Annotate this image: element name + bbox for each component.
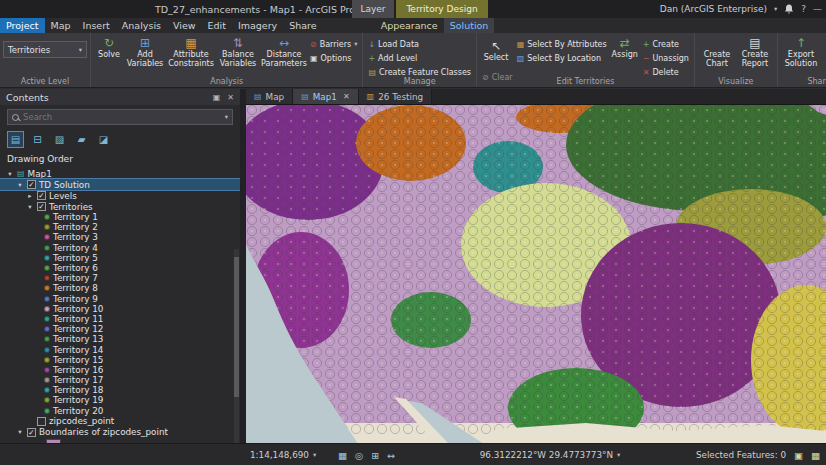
add-variables-button[interactable]: ⊞ Add Variables — [124, 35, 166, 79]
expander-icon[interactable]: ▸ — [26, 192, 34, 200]
signed-in-user[interactable]: Dan (ArcGIS Enterprise) — [660, 4, 767, 14]
list-by-selection-icon[interactable]: ▨ — [51, 131, 68, 148]
tree-item-territory[interactable]: Territory 4 — [0, 243, 240, 253]
expander-icon[interactable]: ▾ — [16, 181, 24, 189]
assign-button[interactable]: ⇄ Assign — [609, 35, 641, 79]
notification-icon[interactable]: ▦ — [811, 450, 820, 461]
tab-edit[interactable]: Edit — [202, 18, 232, 33]
tree-item-territory[interactable]: Territory 12 — [0, 324, 240, 334]
locate-icon[interactable]: ◎ — [355, 450, 363, 461]
selection-icon[interactable]: ▣ — [794, 450, 803, 461]
map-canvas[interactable] — [246, 104, 826, 443]
view-tab-26-testing[interactable]: ▥ 26 Testing — [359, 89, 432, 104]
tab-appearance[interactable]: Appearance — [375, 18, 444, 33]
create-chart-button[interactable]: Create Chart — [698, 35, 736, 79]
tree-item-territory[interactable]: Territory 6 — [0, 263, 240, 273]
zipcodes-checkbox[interactable] — [37, 417, 46, 426]
barriers-button[interactable]: ⊘ Barriers ▾ — [308, 38, 359, 50]
cursor-coordinates-control[interactable]: 96.3122212°W 29.4773773°N ▾ — [455, 444, 645, 465]
expander-icon[interactable]: ▾ — [6, 170, 14, 178]
search-options-caret-icon[interactable]: ▾ — [225, 113, 228, 121]
tab-solution[interactable]: Solution — [444, 18, 495, 33]
create-button[interactable]: + Create — [641, 38, 691, 50]
tree-item-map1[interactable]: ▾ ▤ Map1 — [0, 168, 240, 179]
tree-item-territory[interactable]: Territory 1 — [0, 212, 240, 222]
user-menu-caret-icon[interactable]: ▾ — [774, 5, 777, 13]
contextual-group-layer[interactable]: Layer — [352, 0, 394, 18]
tree-item-territory[interactable]: Territory 13 — [0, 334, 240, 344]
select-by-attributes-button[interactable]: ▦ Select By Attributes — [515, 38, 609, 50]
unassign-icon: − — [643, 54, 650, 63]
solve-button[interactable]: ↻ Solve — [94, 35, 124, 79]
tree-item-territory[interactable]: Territory 8 — [0, 283, 240, 293]
tree-item-territory[interactable]: Territory 9 — [0, 294, 240, 304]
list-by-drawing-order-icon[interactable]: ▤ — [7, 131, 24, 148]
tree-item-territory[interactable]: Territory 18 — [0, 385, 240, 395]
levels-checkbox[interactable]: ✓ — [37, 191, 46, 200]
tree-item-territory[interactable]: Territory 11 — [0, 314, 240, 324]
expander-icon[interactable]: ▾ — [16, 428, 24, 436]
tree-item-territory[interactable]: Territory 20 — [0, 406, 240, 416]
view-tab-map[interactable]: ▤ Map — [246, 89, 293, 104]
solve-icon: ↻ — [104, 37, 114, 50]
td-solution-checkbox[interactable]: ✓ — [27, 180, 36, 189]
tree-item-td-solution[interactable]: ▾ ✓ TD Solution — [0, 179, 240, 190]
tree-item-territory[interactable]: Territory 3 — [0, 232, 240, 242]
tree-item-territory[interactable]: Territory 19 — [0, 395, 240, 405]
contextual-group-territory-design[interactable]: Territory Design — [396, 0, 488, 18]
distance-parameters-button[interactable]: ↔ Distance Parameters — [260, 35, 308, 79]
attribute-constraints-button[interactable]: ▦ Attribute Constraints — [166, 35, 216, 79]
help-icon[interactable]: ? — [801, 4, 806, 14]
territories-checkbox[interactable]: ✓ — [37, 202, 46, 211]
list-by-editing-icon[interactable]: ▰ — [73, 131, 90, 148]
grid-icon[interactable]: ▦ — [338, 450, 347, 461]
tree-item-territory[interactable]: Territory 5 — [0, 253, 240, 263]
active-level-dropdown[interactable]: Territories ▾ — [3, 41, 87, 58]
tree-item-territory[interactable]: Territory 16 — [0, 365, 240, 375]
export-solution-button[interactable]: ↑ Export Solution — [781, 35, 821, 79]
list-by-snapping-icon[interactable]: ◪ — [95, 131, 112, 148]
balance-variables-button[interactable]: ⇅ Balance Variables — [216, 35, 260, 79]
tab-view[interactable]: View — [167, 18, 202, 33]
tree-item-territory[interactable]: Territory 7 — [0, 273, 240, 283]
web-layer-button[interactable]: ◈ Web Layer — [821, 35, 826, 79]
tree-item-zipcodes-point[interactable]: zipcodes_point — [0, 416, 240, 427]
tab-insert[interactable]: Insert — [77, 18, 116, 33]
tree-item-territory[interactable]: Territory 17 — [0, 375, 240, 385]
tab-share[interactable]: Share — [283, 18, 322, 33]
list-by-source-icon[interactable]: ⊟ — [29, 131, 46, 148]
expander-icon[interactable]: ▾ — [26, 203, 34, 211]
pane-dock-icon[interactable]: ▣ — [213, 93, 221, 102]
select-by-location-button[interactable]: ▧ Select By Location — [515, 52, 609, 64]
tree-item-boundaries[interactable]: ▾ ✓ Boundaries of zipcodes_point — [0, 427, 240, 438]
add-level-button[interactable]: + Add Level — [366, 52, 473, 64]
map-scale-control[interactable]: 1:14,148,690 ▾ — [250, 444, 316, 465]
close-tab-icon[interactable]: ✕ — [343, 92, 350, 101]
create-report-button[interactable]: ▤ Create Report — [736, 35, 774, 79]
contents-scrollbar-thumb[interactable] — [234, 257, 239, 397]
territory-label: Territory 10 — [53, 304, 103, 314]
select-button[interactable]: ↖ Select — [480, 38, 512, 69]
notifications-bell-icon[interactable] — [784, 4, 794, 15]
load-data-button[interactable]: ↓ Load Data — [366, 38, 473, 50]
tab-map[interactable]: Map — [45, 18, 77, 33]
tree-item-territories[interactable]: ▾ ✓ Territories — [0, 201, 240, 212]
tree-item-territory[interactable]: Territory 2 — [0, 222, 240, 232]
tab-project[interactable]: Project — [0, 18, 45, 33]
tree-item-territory[interactable]: Territory 15 — [0, 355, 240, 365]
options-button[interactable]: ▣ Options — [308, 52, 359, 64]
tab-imagery[interactable]: Imagery — [232, 18, 283, 33]
pan-icon[interactable]: ↔ — [387, 450, 395, 461]
pane-close-icon[interactable]: ✕ — [227, 93, 234, 102]
view-tab-map1[interactable]: ▤ Map1 ✕ — [293, 89, 358, 104]
tree-item-levels[interactable]: ▸ ✓ Levels — [0, 190, 240, 201]
minimize-icon[interactable]: — — [813, 4, 822, 14]
tree-item-territory[interactable]: Territory 10 — [0, 304, 240, 314]
tab-analysis[interactable]: Analysis — [116, 18, 167, 33]
contents-scrollbar[interactable] — [234, 249, 239, 443]
unassign-button[interactable]: − Unassign — [641, 52, 691, 64]
tree-item-territory[interactable]: Territory 14 — [0, 344, 240, 354]
boundaries-checkbox[interactable]: ✓ — [27, 428, 36, 437]
search-input[interactable] — [23, 112, 221, 122]
extent-icon[interactable]: ⊞ — [371, 450, 379, 461]
